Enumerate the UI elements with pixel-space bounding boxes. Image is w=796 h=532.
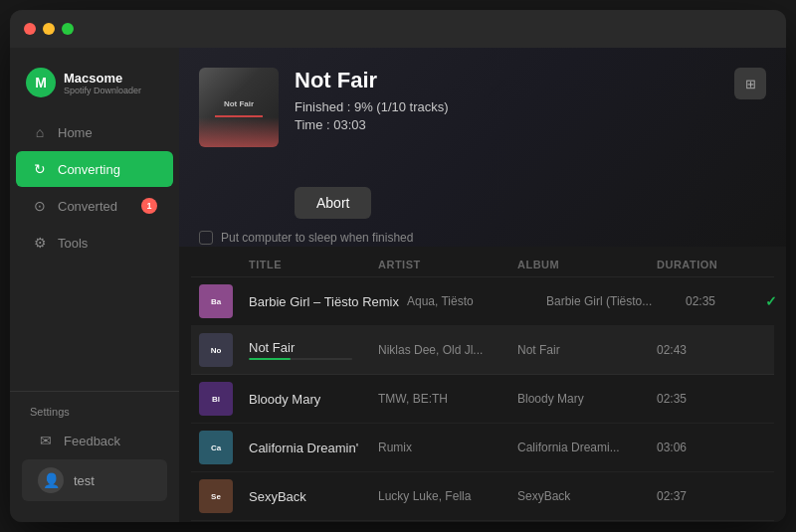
table-header: TITLE ARTIST ALBUM DURATION: [191, 253, 774, 277]
track-duration: 02:37: [657, 489, 736, 503]
table-row[interactable]: Bl Bloody Mary TMW, BE:TH Bloody Mary 02…: [191, 375, 774, 424]
track-table[interactable]: TITLE ARTIST ALBUM DURATION Ba Barbie Gi…: [179, 253, 786, 522]
table-row[interactable]: No Not Fair Niklas Dee, Old Jl... Not Fa…: [191, 326, 774, 375]
app-name: Macsome: [64, 71, 141, 86]
track-artist: Aqua, Tiësto: [407, 294, 546, 308]
col-artist: ARTIST: [378, 259, 517, 270]
feedback-label: Feedback: [64, 434, 120, 448]
track-thumb: Ba: [199, 284, 233, 318]
track-album: Barbie Girl (Tiësto...: [546, 294, 686, 308]
user-name: test: [74, 473, 95, 488]
track-album: SexyBack: [517, 489, 657, 503]
col-title: TITLE: [249, 259, 378, 270]
track-title-wrapper: California Dreamin': [249, 439, 378, 456]
track-title-wrapper: SexyBack: [249, 487, 378, 505]
track-artist: Rumix: [378, 441, 517, 454]
sleep-option: Put computer to sleep when finished: [179, 227, 786, 253]
logo-icon: M: [26, 68, 56, 97]
table-row[interactable]: Se SexyBack Lucky Luke, Fella SexyBack 0…: [191, 472, 774, 521]
sleep-checkbox[interactable]: [199, 231, 213, 245]
track-thumb: Se: [199, 479, 233, 513]
sidebar: M Macsome Spotify Downloader ⌂ Home ↻ Co…: [10, 48, 179, 522]
album-art: Not Fair: [199, 68, 279, 147]
sidebar-nav: ⌂ Home ↻ Converting ⊙ Converted 1 ⚙ Tool…: [10, 113, 179, 391]
user-avatar: 👤: [38, 467, 64, 493]
feedback-icon: ✉: [38, 433, 54, 448]
track-duration: 02:35: [657, 392, 736, 406]
minimize-button[interactable]: [43, 23, 55, 35]
track-title-wrapper: Not Fair: [249, 340, 378, 360]
track-title: SexyBack: [249, 489, 314, 504]
maximize-button[interactable]: [62, 23, 74, 35]
converted-icon: ⊙: [32, 198, 48, 214]
converted-badge: 1: [141, 198, 157, 214]
track-checkmark: ✓: [765, 293, 786, 309]
sidebar-item-converted-label: Converted: [58, 199, 117, 214]
track-title: Barbie Girl – Tiësto Remix: [249, 294, 407, 309]
track-title-wrapper: Barbie Girl – Tiësto Remix: [249, 292, 407, 310]
app-subtitle: Spotify Downloader: [64, 86, 141, 95]
track-duration: 02:43: [657, 343, 736, 357]
track-title: Not Fair: [249, 340, 378, 355]
sidebar-item-tools[interactable]: ⚙ Tools: [16, 225, 173, 261]
user-profile[interactable]: 👤 test: [22, 459, 167, 501]
track-album: Not Fair: [517, 343, 657, 357]
col-thumb: [199, 259, 249, 270]
track-album: Bloody Mary: [517, 392, 657, 406]
sidebar-item-tools-label: Tools: [58, 236, 88, 251]
sidebar-item-converting[interactable]: ↻ Converting: [16, 151, 173, 187]
album-time: Time : 03:03: [295, 117, 766, 132]
album-status: Finished : 9% (1/10 tracks): [295, 99, 766, 114]
album-art-overlay: [199, 117, 279, 147]
abort-button[interactable]: Abort: [295, 187, 371, 219]
format-icon[interactable]: ⊞: [734, 68, 766, 99]
logo-text: Macsome Spotify Downloader: [64, 71, 141, 95]
traffic-lights: [24, 23, 74, 35]
table-row[interactable]: Da Dance With Somebody Sam Feldt, Benny.…: [191, 521, 774, 522]
track-title-cell: Not Fair: [249, 340, 378, 360]
col-duration: DURATION: [657, 259, 736, 270]
progress-bar: [249, 358, 352, 360]
sidebar-item-home-label: Home: [58, 125, 93, 140]
sidebar-bottom: Settings ✉ Feedback 👤 test: [10, 391, 179, 510]
track-duration: 03:06: [657, 441, 736, 454]
track-artist: TMW, BE:TH: [378, 392, 517, 406]
tools-icon: ⚙: [32, 235, 48, 251]
progress-fill: [249, 358, 291, 360]
track-thumb: Ca: [199, 431, 233, 464]
track-title: California Dreamin': [249, 441, 366, 455]
track-artist: Lucky Luke, Fella: [378, 489, 517, 503]
sidebar-item-feedback[interactable]: ✉ Feedback: [22, 423, 167, 458]
home-icon: ⌂: [32, 124, 48, 140]
title-bar: [10, 10, 786, 48]
converting-icon: ↻: [32, 161, 48, 177]
app-window: M Macsome Spotify Downloader ⌂ Home ↻ Co…: [10, 10, 786, 522]
tracks-container: Ba Barbie Girl – Tiësto Remix Aqua, Tiës…: [191, 277, 774, 522]
track-title-wrapper: Bloody Mary: [249, 390, 378, 408]
table-row[interactable]: Ba Barbie Girl – Tiësto Remix Aqua, Tiës…: [191, 277, 774, 326]
table-row[interactable]: Ca California Dreamin' Rumix California …: [191, 424, 774, 472]
col-check: [736, 259, 766, 270]
sleep-label: Put computer to sleep when finished: [221, 231, 413, 245]
main-header: Not Fair Not Fair Finished : 9% (1/10 tr…: [179, 48, 786, 235]
sidebar-item-converted[interactable]: ⊙ Converted 1: [16, 188, 173, 224]
close-button[interactable]: [24, 23, 36, 35]
sidebar-item-home[interactable]: ⌂ Home: [16, 114, 173, 150]
col-album: ALBUM: [517, 259, 657, 270]
main-content: Not Fair Not Fair Finished : 9% (1/10 tr…: [179, 48, 786, 522]
album-title: Not Fair: [295, 68, 766, 93]
track-artist: Niklas Dee, Old Jl...: [378, 343, 517, 357]
sidebar-item-converting-label: Converting: [58, 162, 120, 177]
track-album: California Dreami...: [517, 441, 657, 454]
track-title: Bloody Mary: [249, 392, 328, 407]
app-logo: M Macsome Spotify Downloader: [10, 60, 179, 113]
track-thumb: No: [199, 333, 233, 367]
settings-label: Settings: [16, 400, 173, 422]
track-duration: 02:35: [686, 294, 765, 308]
header-info: Not Fair Finished : 9% (1/10 tracks) Tim…: [295, 68, 766, 219]
track-thumb: Bl: [199, 382, 233, 416]
app-body: M Macsome Spotify Downloader ⌂ Home ↻ Co…: [10, 48, 786, 522]
